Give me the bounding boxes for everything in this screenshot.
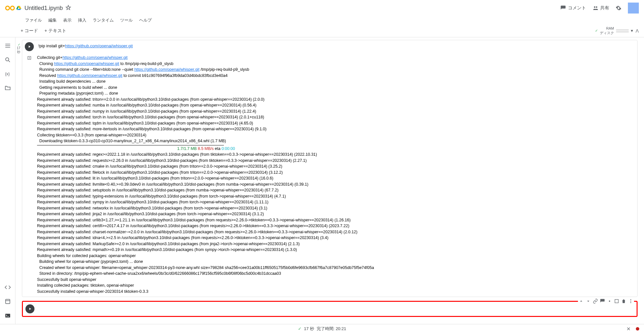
cell-input <box>23 302 637 316</box>
leftbar: {x} <box>0 37 15 324</box>
mirror-icon[interactable] <box>614 299 619 304</box>
svg-rect-8 <box>28 56 31 59</box>
cell-time-unit: 秒 <box>17 50 20 54</box>
status-right <box>626 326 640 331</box>
move-up-icon[interactable] <box>579 299 584 304</box>
code-editor[interactable]: !pip install git+https://github.com/open… <box>37 42 134 50</box>
output-toggle-icon[interactable] <box>25 55 34 60</box>
svg-point-4 <box>5 58 9 61</box>
check-icon: ✓ <box>298 326 302 331</box>
code-icon[interactable] <box>5 284 11 291</box>
logo <box>5 3 22 13</box>
comment-icon <box>560 5 566 11</box>
cell-input: !pip install git+https://github.com/open… <box>22 40 637 53</box>
statusbar: ✓ 17 秒 完了時間: 20:21 <box>0 324 644 333</box>
ram-label: RAM <box>600 26 614 31</box>
check-icon: ✓ <box>595 29 598 33</box>
toolbar-right: ✓ RAM ディスク ▾ ᐱ <box>595 26 639 35</box>
drive-icon <box>16 5 22 11</box>
menu-insert[interactable]: 挿入 <box>75 16 89 24</box>
run-button[interactable] <box>25 304 34 313</box>
close-icon[interactable] <box>626 326 631 331</box>
svg-rect-7 <box>5 314 10 318</box>
ram-disk-indicator[interactable]: ✓ RAM ディスク ▾ <box>595 26 633 35</box>
svg-point-3 <box>596 6 598 8</box>
variables-icon[interactable]: {x} <box>5 71 11 77</box>
share-icon <box>592 5 598 11</box>
status-time: 17 秒 <box>304 326 314 332</box>
files-icon[interactable] <box>5 85 11 91</box>
toolbar: + コード + テキスト ✓ RAM ディスク ▾ ᐱ <box>0 24 644 37</box>
snippets-icon[interactable] <box>5 298 11 305</box>
svg-point-1 <box>11 6 14 10</box>
gear-icon <box>616 5 621 11</box>
leftbar-bottom <box>5 284 11 319</box>
svg-point-9 <box>609 301 610 302</box>
cell-status: ✓ 17 秒 <box>15 43 20 54</box>
header-right: コメント 共有 <box>560 3 639 14</box>
resource-bars <box>616 29 629 32</box>
status-completed: 完了時間: 20:21 <box>317 326 346 332</box>
run-button[interactable] <box>25 42 34 51</box>
svg-point-0 <box>6 6 10 10</box>
toc-icon[interactable] <box>5 42 11 49</box>
comment-icon[interactable] <box>600 299 605 304</box>
colab-logo-icon <box>5 3 15 13</box>
collapse-caret-icon[interactable]: ᐱ <box>636 28 639 33</box>
search-icon[interactable] <box>5 57 11 63</box>
svg-point-2 <box>594 6 596 8</box>
link-icon[interactable] <box>593 299 598 304</box>
terminal-icon[interactable] <box>5 312 11 319</box>
menu-runtime[interactable]: ランタイム <box>90 16 116 24</box>
cell-time: 17 <box>17 46 20 50</box>
menu-view[interactable]: 表示 <box>61 16 74 24</box>
comment-button[interactable]: コメント <box>560 5 586 11</box>
disk-label: ディスク <box>600 31 614 35</box>
notebook-content: ✓ 17 秒 !pip install git+https://github.c… <box>15 37 644 324</box>
add-text-button[interactable]: + テキスト <box>41 27 70 35</box>
code-cell-1: ✓ 17 秒 !pip install git+https://github.c… <box>22 40 638 297</box>
code-cell-2-highlighted <box>22 301 638 317</box>
menu-tools[interactable]: ツール <box>118 16 135 24</box>
star-icon[interactable] <box>65 5 71 12</box>
caret-down-icon[interactable]: ▾ <box>631 28 633 33</box>
ram-bar <box>616 29 629 31</box>
disk-bar <box>616 31 629 32</box>
settings-button[interactable] <box>616 5 621 11</box>
delete-icon[interactable] <box>621 299 626 304</box>
menu-edit[interactable]: 編集 <box>46 16 59 24</box>
svg-text:{x}: {x} <box>5 72 10 76</box>
menu-help[interactable]: ヘルプ <box>137 16 154 24</box>
cell-toolbar <box>578 298 634 304</box>
status-dot-icon[interactable] <box>635 326 640 331</box>
move-down-icon[interactable] <box>586 299 591 304</box>
svg-point-13 <box>630 302 631 303</box>
avatar[interactable] <box>628 3 639 14</box>
more-icon[interactable] <box>628 299 633 304</box>
code-editor-empty[interactable] <box>38 306 634 312</box>
menubar: ファイル 編集 表示 挿入 ランタイム ツール ヘルプ <box>0 16 644 24</box>
svg-point-14 <box>636 327 639 330</box>
share-button[interactable]: 共有 <box>592 5 609 11</box>
svg-rect-6 <box>5 299 10 303</box>
menu-file[interactable]: ファイル <box>23 16 44 24</box>
notebook-title[interactable]: Untitled1.ipynb <box>24 5 63 12</box>
add-code-button[interactable]: + コード <box>17 27 41 35</box>
cell-output: Collecting git+https://github.com/openai… <box>22 53 637 297</box>
settings-icon[interactable] <box>607 299 612 304</box>
svg-point-11 <box>630 299 631 300</box>
svg-rect-10 <box>615 300 619 303</box>
check-icon: ✓ <box>18 43 20 46</box>
main: {x} ✓ 17 秒 !pip install git+https://gith… <box>0 37 644 324</box>
svg-point-12 <box>630 301 631 302</box>
header: Untitled1.ipynb コメント 共有 <box>0 0 644 16</box>
output-text: Collecting git+https://github.com/openai… <box>37 55 374 295</box>
